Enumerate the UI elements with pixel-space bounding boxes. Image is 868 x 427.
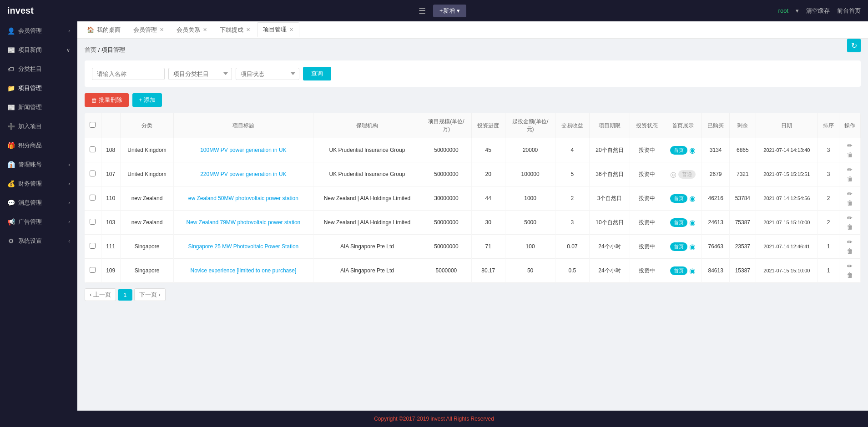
sidebar: 👤 会员管理 ‹ 📰 项目新闻 ∨ 🏷 分类栏目 📁 项目管理 📰 新闻管理 ➕: [0, 21, 77, 411]
row-checkbox-cell: [85, 235, 101, 259]
homepage-toggle-on[interactable]: 首页: [670, 194, 687, 203]
refresh-button[interactable]: ↻: [847, 39, 861, 52]
sidebar-item-finance[interactable]: 💰 财务管理 ‹: [0, 174, 77, 193]
edit-button[interactable]: ✏: [847, 214, 853, 221]
news2-icon: 📰: [7, 104, 15, 111]
row-title: 100MW PV power generation in UK: [174, 138, 313, 162]
clear-cache-button[interactable]: 清空缓存: [806, 7, 830, 15]
row-checkbox[interactable]: [90, 219, 96, 225]
sidebar-item-settings[interactable]: ⚙ 系统设置 ‹: [0, 231, 77, 251]
delete-button[interactable]: 🗑: [847, 223, 853, 231]
finance-icon: 💰: [7, 180, 15, 187]
table-row: 107 United Kingdom 220MW PV power genera…: [85, 162, 861, 186]
row-return: 4: [555, 138, 589, 162]
close-icon[interactable]: ✕: [246, 27, 250, 33]
row-id: 111: [101, 235, 120, 259]
edit-button[interactable]: ✏: [847, 166, 853, 173]
row-invest-status: 投资中: [630, 211, 664, 235]
tab-downstream[interactable]: 下线提成 ✕: [214, 23, 256, 37]
close-icon[interactable]: ✕: [203, 27, 207, 33]
row-min-invest: 5000: [505, 211, 555, 235]
project-title-link[interactable]: New Zealand 79MW photovoltaic power stat…: [186, 219, 300, 226]
toggle-off-icon: ◎: [670, 170, 676, 179]
row-period: 10个自然日: [589, 211, 630, 235]
breadcrumb-home[interactable]: 首页: [85, 46, 96, 53]
row-actions-cell: ✏ 🗑: [839, 186, 860, 211]
query-button[interactable]: 查询: [303, 67, 331, 80]
main-content: 首页 / 项目管理 项目分类栏目 全部 United Kingdom new Z…: [77, 39, 868, 411]
user-label[interactable]: root: [778, 7, 788, 14]
edit-button[interactable]: ✏: [847, 262, 853, 270]
row-checkbox[interactable]: [90, 146, 96, 152]
batch-delete-button[interactable]: 🗑 批量删除: [85, 93, 129, 107]
add-new-button[interactable]: +新增 ▾: [433, 5, 466, 17]
row-title: Singapore 25 MW Photovoltaic Power Stati…: [174, 235, 313, 259]
tab-member-relation[interactable]: 会员关系 ✕: [171, 23, 213, 37]
project-title-link[interactable]: 220MW PV power generation in UK: [200, 171, 286, 177]
breadcrumb-current: 项目管理: [101, 46, 125, 53]
row-checkbox[interactable]: [90, 195, 96, 201]
delete-button[interactable]: 🗑: [847, 175, 853, 182]
homepage-toggle-off[interactable]: 普通: [678, 170, 696, 179]
edit-button[interactable]: ✏: [847, 142, 853, 149]
sidebar-item-message[interactable]: 💬 消息管理 ‹: [0, 193, 77, 212]
plus-icon: ➕: [7, 123, 15, 130]
tab-home[interactable]: 🏠 我的桌面: [81, 23, 126, 37]
menu-icon[interactable]: ☰: [419, 6, 426, 16]
close-icon[interactable]: ✕: [289, 27, 293, 33]
sidebar-item-join-project[interactable]: ➕ 加入项目: [0, 117, 77, 136]
project-title-link[interactable]: Novice experience [limited to one purcha…: [190, 267, 296, 274]
tab-member-management[interactable]: 会员管理 ✕: [127, 23, 170, 37]
row-checkbox[interactable]: [90, 243, 96, 249]
data-table: 分类 项目标题 保理机构 项目规模(单位/万) 投资进度 起投金额(单位/元) …: [85, 113, 861, 283]
toggle-on-icon: ◉: [689, 266, 696, 275]
toggle-on-icon: ◉: [689, 218, 696, 227]
row-invest-status: 投资中: [630, 259, 664, 283]
tab-project-management[interactable]: 项目管理 ✕: [257, 22, 299, 37]
homepage-toggle-on[interactable]: 首页: [670, 218, 687, 227]
row-purchased: 24613: [702, 211, 730, 235]
edit-button[interactable]: ✏: [847, 238, 853, 246]
select-all-checkbox[interactable]: [90, 122, 96, 128]
delete-button[interactable]: 🗑: [847, 271, 853, 279]
homepage-toggle-on[interactable]: 首页: [670, 266, 687, 275]
prev-page-button[interactable]: ‹ 上一页: [85, 288, 116, 301]
homepage-toggle-on[interactable]: 首页: [670, 242, 687, 251]
delete-button[interactable]: 🗑: [847, 247, 853, 255]
status-select[interactable]: 项目状态 全部 投资中 已结束: [236, 68, 299, 80]
row-actions-cell: ✏ 🗑: [839, 162, 860, 186]
row-period: 20个自然日: [589, 138, 630, 162]
table-row: 103 new Zealand New Zealand 79MW photovo…: [85, 211, 861, 235]
row-checkbox[interactable]: [90, 267, 96, 273]
col-remaining: 剩余: [729, 113, 756, 138]
sidebar-item-project-news[interactable]: 📰 项目新闻 ∨: [0, 40, 77, 60]
project-title-link[interactable]: 100MW PV power generation in UK: [200, 147, 286, 153]
row-id: 110: [101, 186, 120, 211]
close-icon[interactable]: ✕: [160, 27, 164, 33]
project-title-link[interactable]: Singapore 25 MW Photovoltaic Power Stati…: [188, 243, 298, 250]
sidebar-item-category[interactable]: 🏷 分类栏目: [0, 60, 77, 79]
project-title-link[interactable]: ew Zealand 50MW photovoltaic power stati…: [188, 195, 298, 201]
next-page-button[interactable]: 下一页 ›: [134, 288, 166, 301]
delete-button[interactable]: 🗑: [847, 199, 853, 206]
sidebar-item-ad[interactable]: 📢 广告管理 ‹: [0, 212, 77, 231]
page-1-button[interactable]: 1: [118, 289, 132, 301]
edit-button[interactable]: ✏: [847, 190, 853, 197]
row-purchased: 76463: [702, 235, 730, 259]
search-input[interactable]: [92, 68, 165, 80]
sidebar-item-news-management[interactable]: 📰 新闻管理: [0, 98, 77, 117]
row-checkbox[interactable]: [90, 171, 96, 176]
user-dropdown-icon[interactable]: ▾: [796, 7, 799, 14]
sidebar-item-member-management[interactable]: 👤 会员管理 ‹: [0, 21, 77, 40]
chevron-left-icon: ‹: [68, 181, 70, 186]
sidebar-item-admin-account[interactable]: 👔 管理账号 ‹: [0, 155, 77, 174]
homepage-toggle-on[interactable]: 首页: [670, 146, 687, 155]
category-select[interactable]: 项目分类栏目 全部 United Kingdom new Zealand Sin…: [168, 68, 232, 80]
sidebar-label: 会员管理: [18, 27, 42, 35]
frontend-button[interactable]: 前台首页: [837, 7, 861, 15]
sidebar-item-project-management[interactable]: 📁 项目管理: [0, 79, 77, 98]
delete-button[interactable]: 🗑: [847, 151, 853, 158]
sidebar-item-points-goods[interactable]: 🎁 积分商品: [0, 136, 77, 155]
row-sort: 1: [818, 259, 839, 283]
add-button[interactable]: + 添加: [132, 93, 162, 107]
